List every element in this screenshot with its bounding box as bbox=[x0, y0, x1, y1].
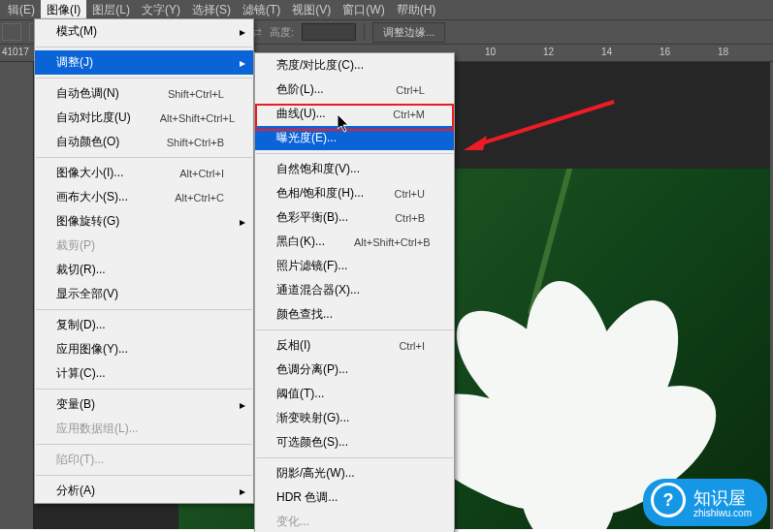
mi-hdr-toning[interactable]: HDR 色调... bbox=[255, 485, 454, 510]
watermark-badge: ? 知识屋 zhishiwu.com bbox=[643, 479, 767, 526]
mi-auto-color[interactable]: 自动颜色(O)Shift+Ctrl+B bbox=[35, 130, 253, 154]
menu-type[interactable]: 文字(Y) bbox=[136, 0, 186, 20]
ruler-mark: 14 bbox=[601, 47, 612, 57]
tool-icon[interactable] bbox=[2, 23, 21, 41]
mi-trim[interactable]: 裁切(R)... bbox=[35, 258, 253, 282]
mi-calculations[interactable]: 计算(C)... bbox=[35, 361, 253, 386]
menu-view[interactable]: 视图(V) bbox=[286, 0, 337, 20]
menu-window[interactable]: 窗口(W) bbox=[337, 0, 390, 20]
mi-variations: 变化... bbox=[255, 510, 454, 532]
mi-apply-image[interactable]: 应用图像(Y)... bbox=[35, 337, 253, 361]
menu-edit[interactable]: 辑(E) bbox=[2, 0, 41, 20]
mi-exposure[interactable]: 曝光度(E)... bbox=[255, 126, 454, 150]
mi-black-white[interactable]: 黑白(K)...Alt+Shift+Ctrl+B bbox=[255, 230, 454, 254]
badge-url: zhishiwu.com bbox=[693, 508, 752, 518]
mi-trap: 陷印(T)... bbox=[35, 448, 253, 472]
ruler-mark: 41017 bbox=[2, 47, 29, 57]
mi-hue-saturation[interactable]: 色相/饱和度(H)...Ctrl+U bbox=[255, 181, 454, 205]
menu-layer[interactable]: 图层(L) bbox=[86, 0, 136, 20]
mi-canvas-size[interactable]: 画布大小(S)...Alt+Ctrl+C bbox=[35, 185, 253, 209]
mi-posterize[interactable]: 色调分离(P)... bbox=[255, 358, 454, 382]
menu-help[interactable]: 帮助(H) bbox=[391, 0, 442, 20]
badge-title: 知识屋 bbox=[693, 488, 746, 508]
image-menu: 模式(M)▸ 调整(J)▸ 自动色调(N)Shift+Ctrl+L 自动对比度(… bbox=[34, 18, 254, 504]
menubar: 辑(E) 图像(I) 图层(L) 文字(Y) 选择(S) 滤镜(T) 视图(V)… bbox=[0, 0, 773, 19]
ruler-mark: 18 bbox=[718, 47, 728, 57]
adjustments-submenu: 亮度/对比度(C)... 色阶(L)...Ctrl+L 曲线(U)...Ctrl… bbox=[254, 52, 455, 532]
mi-apply-dataset: 应用数据组(L)... bbox=[35, 417, 253, 441]
mi-gradient-map[interactable]: 渐变映射(G)... bbox=[255, 406, 454, 430]
separator bbox=[364, 23, 365, 41]
mi-color-balance[interactable]: 色彩平衡(B)...Ctrl+B bbox=[255, 205, 454, 230]
mi-duplicate[interactable]: 复制(D)... bbox=[35, 313, 253, 337]
mi-image-size[interactable]: 图像大小(I)...Alt+Ctrl+I bbox=[35, 161, 253, 185]
question-icon: ? bbox=[651, 483, 686, 517]
height-label: 高度: bbox=[270, 25, 294, 40]
mi-selective-color[interactable]: 可选颜色(S)... bbox=[255, 430, 454, 454]
chevron-right-icon: ▸ bbox=[240, 485, 245, 498]
mi-photo-filter[interactable]: 照片滤镜(F)... bbox=[255, 254, 454, 278]
mi-threshold[interactable]: 阈值(T)... bbox=[255, 382, 454, 406]
refine-edge-button[interactable]: 调整边缘... bbox=[372, 22, 445, 43]
mi-vibrance[interactable]: 自然饱和度(V)... bbox=[255, 157, 454, 181]
mi-channel-mixer[interactable]: 通道混合器(X)... bbox=[255, 278, 454, 302]
mi-invert[interactable]: 反相(I)Ctrl+I bbox=[255, 333, 454, 358]
chevron-right-icon: ▸ bbox=[240, 56, 245, 70]
mi-curves[interactable]: 曲线(U)...Ctrl+M bbox=[255, 102, 454, 126]
menu-select[interactable]: 选择(S) bbox=[186, 0, 237, 20]
mi-auto-contrast[interactable]: 自动对比度(U)Alt+Shift+Ctrl+L bbox=[35, 106, 253, 130]
mi-mode[interactable]: 模式(M)▸ bbox=[35, 19, 253, 44]
mi-adjustments[interactable]: 调整(J)▸ bbox=[35, 50, 253, 75]
mi-reveal-all[interactable]: 显示全部(V) bbox=[35, 282, 253, 306]
mi-image-rotation[interactable]: 图像旋转(G)▸ bbox=[35, 209, 253, 234]
mi-variables[interactable]: 变量(B)▸ bbox=[35, 392, 253, 417]
height-input[interactable] bbox=[302, 23, 356, 41]
ruler-mark: 10 bbox=[485, 47, 496, 57]
ruler-mark: 16 bbox=[660, 47, 670, 57]
menu-image[interactable]: 图像(I) bbox=[41, 0, 86, 20]
mi-shadow-highlight[interactable]: 阴影/高光(W)... bbox=[255, 461, 454, 485]
chevron-right-icon: ▸ bbox=[240, 215, 245, 229]
ruler-mark: 12 bbox=[543, 47, 554, 57]
mi-auto-tone[interactable]: 自动色调(N)Shift+Ctrl+L bbox=[35, 81, 253, 106]
mi-levels[interactable]: 色阶(L)...Ctrl+L bbox=[255, 78, 454, 102]
mi-color-lookup[interactable]: 颜色查找... bbox=[255, 302, 454, 327]
menu-filter[interactable]: 滤镜(T) bbox=[237, 0, 286, 20]
mi-analysis[interactable]: 分析(A)▸ bbox=[35, 479, 253, 503]
chevron-right-icon: ▸ bbox=[240, 398, 245, 412]
mi-crop: 裁剪(P) bbox=[35, 234, 253, 258]
chevron-right-icon: ▸ bbox=[240, 25, 245, 39]
mi-brightness-contrast[interactable]: 亮度/对比度(C)... bbox=[255, 53, 454, 78]
